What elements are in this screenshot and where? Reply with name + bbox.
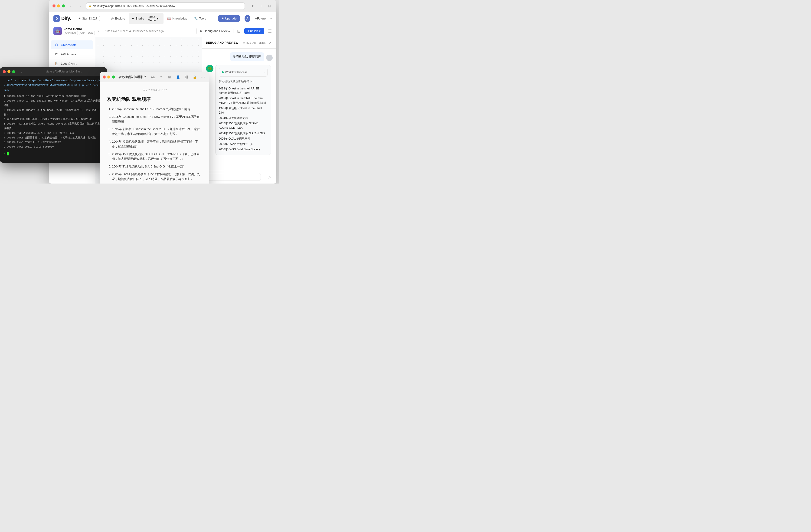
list-item: 2015年 Ghost in the Shell: The New Movie …: [219, 96, 267, 105]
user-avatar[interactable]: A: [245, 15, 250, 22]
api-label: API Access: [61, 52, 76, 56]
terminal-output-9: 9.2006年 OVA3 Solid State Society: [4, 145, 103, 149]
terminal-window: ⌃1 afuture@AFutures-Mac-Stu... > curl -s…: [0, 67, 107, 163]
new-tab-icon[interactable]: +: [258, 3, 264, 9]
user-name: AFuture: [255, 17, 266, 20]
list-item: 2013年 Ghost in the shell ARISE border 九课…: [219, 86, 267, 96]
restart-label: RESTART: [246, 41, 258, 44]
notes-close[interactable]: [103, 76, 106, 78]
studio-icon: ✦: [132, 17, 134, 20]
media-button[interactable]: 🖼: [183, 74, 189, 80]
app-badges: CHATBOT CHATFLOW: [64, 31, 95, 35]
dify-logo: D Dify.: [53, 15, 71, 22]
minimize-button[interactable]: [57, 4, 60, 7]
send-button[interactable]: ▷: [266, 174, 273, 180]
forward-button[interactable]: ›: [77, 3, 83, 9]
nav-knowledge[interactable]: 📖 Knowledge: [165, 13, 190, 25]
notes-titlebar: 攻壳机动队 観看順序 Aa ≡ ⊞ 👤 🖼 🔒 •••: [100, 72, 209, 82]
notes-maximize[interactable]: [112, 76, 115, 78]
notes-heading: 攻壳机动队 观看顺序: [107, 96, 202, 102]
list-item: 2004年 TV2 攻壳机动队 S.A.2nd GID: [219, 131, 267, 136]
terminal-content[interactable]: > curl -s -X POST https://studio.afuture…: [0, 76, 107, 163]
notes-window: 攻壳机动队 観看順序 Aa ≡ ⊞ 👤 🖼 🔒 ••• June 7, 2024…: [100, 72, 209, 184]
restart-button[interactable]: ↺ RESTART Shift R: [243, 41, 266, 44]
debug-preview-button[interactable]: ↻ Debug and Preview: [196, 28, 233, 34]
logs-label: Logs & Ann.: [61, 62, 77, 65]
app-header: D Dify. ★ Star 33,027 ◎ Explore ✦ Studio…: [49, 12, 276, 25]
chevron-down-icon: ▾: [157, 17, 158, 20]
traffic-lights: [52, 4, 65, 7]
chevron-down-icon[interactable]: ▾: [97, 30, 99, 33]
upgrade-button[interactable]: ★ Upgrade: [218, 15, 240, 22]
nav-tools[interactable]: 🔧 Tools: [191, 13, 209, 25]
studio-label: Studio: [136, 17, 144, 20]
user-message-bubble: 攻壳机动队 观影顺序: [230, 52, 264, 61]
sidebar-item-orchestrate[interactable]: ⬡ Orchestrate: [51, 41, 93, 49]
terminal-prompt-line: > curl -s -X POST https://studio.afuture…: [4, 78, 103, 92]
notes-list-item: 2005年 OVA1 笑面男事件（TV1的内容精要）（素子第二次离开九课，期间陀…: [112, 172, 202, 182]
address-bar[interactable]: 🔒 cloud.dify.ai/app/384fcc80-9b29-4ff4-a…: [86, 2, 245, 10]
user-message: 攻壳机动队 观影顺序: [230, 52, 273, 61]
terminal-cursor: [7, 152, 9, 155]
debug-input[interactable]: [206, 173, 261, 181]
list-item: 2002年 TV1 攻壳机动队 STAND ALONE COMPLEX: [219, 121, 267, 131]
notes-list-item: 2002年 TV1 攻壳机动队 STAND ALONE COMPLEX（素子已经…: [112, 152, 202, 162]
bot-avatar: 🌿: [206, 65, 213, 72]
workflow-process-label: Workflow Process: [225, 70, 262, 75]
table-button[interactable]: ⊞: [166, 74, 173, 80]
bot-content: Workflow Process › 攻壳机动队的观影顺序如下： 2013年 G…: [215, 65, 271, 155]
back-button[interactable]: ‹: [67, 3, 74, 9]
github-star-button[interactable]: ★ Star 33,027: [76, 16, 100, 21]
demo-selector[interactable]: koma Demo ▾: [146, 14, 161, 23]
lock-icon: 🔒: [89, 5, 92, 7]
publish-button[interactable]: Publish ▾: [244, 28, 264, 34]
notes-traffic-lights: [103, 76, 115, 78]
browser-titlebar: ‹ › 🔒 cloud.dify.ai/app/384fcc80-9b29-4f…: [49, 0, 276, 12]
sidebar-item-logs[interactable]: 📋 Logs & Ann.: [51, 59, 93, 68]
demo-label: koma Demo: [148, 15, 156, 22]
share-note-button[interactable]: 👤: [175, 74, 181, 80]
api-icon: ⊏: [54, 52, 59, 56]
terminal-traffic-lights: [3, 70, 15, 73]
lock-note-button[interactable]: 🔒: [192, 74, 198, 80]
terminal-maximize[interactable]: [12, 70, 15, 73]
notes-minimize[interactable]: [107, 76, 110, 78]
close-button[interactable]: [52, 4, 56, 7]
notes-list-item: 2004年 攻壳机动队无罪（素子不在，巴特和陀古萨相互了解并不多，配合显得生疏）: [112, 139, 202, 149]
share-icon[interactable]: ⬆: [249, 3, 256, 9]
font-size-button[interactable]: Aa: [150, 74, 156, 80]
maximize-button[interactable]: [62, 4, 65, 7]
debug-panel-title: DEBUG AND PREVIEW: [206, 41, 241, 44]
tools-label: Tools: [199, 17, 206, 20]
terminal-title: afuture@AFutures-Mac-Stu...: [24, 70, 104, 73]
user-message-text: 攻壳机动队 观影顺序: [233, 55, 261, 58]
close-icon[interactable]: ✕: [268, 41, 273, 45]
bot-intro: 攻壳机动队的观影顺序如下：: [219, 79, 267, 84]
notes-list-item: 2013年 Ghost in the shell ARISE border 九课…: [112, 107, 202, 112]
nav-studio[interactable]: ✦ Studio koma Demo ▾: [129, 13, 164, 25]
app-name: koma Demo: [64, 27, 95, 31]
terminal-close[interactable]: [3, 70, 6, 73]
bot-text: 攻壳机动队的观影顺序如下： 2013年 Ghost in the shell A…: [219, 79, 267, 152]
features-icon[interactable]: ⊞: [237, 29, 241, 34]
user-avatar-small: [266, 55, 273, 61]
notes-date: June 7, 2024 at 16:37: [107, 89, 202, 92]
orchestrate-icon: ⬡: [54, 43, 59, 47]
settings-icon[interactable]: ☰: [268, 29, 272, 34]
chatflow-badge: CHATFLOW: [79, 31, 95, 35]
explore-label: Explore: [115, 17, 125, 20]
workflow-process-bar[interactable]: Workflow Process ›: [219, 68, 267, 77]
terminal-output-5: 5.2002年 TV1 攻壳机动队 STAND ALONE COMPLEX（素子…: [4, 122, 103, 131]
explore-icon: ◎: [111, 17, 113, 20]
nav-explore[interactable]: ◎ Explore: [108, 13, 128, 25]
terminal-minimize[interactable]: [7, 70, 11, 73]
notes-title: 攻壳机动队 観看順序: [117, 75, 148, 79]
list-button[interactable]: ≡: [158, 74, 165, 80]
more-options-button[interactable]: •••: [200, 74, 206, 80]
terminal-output-3: 3.1995年 剧场版《Ghost in the Shell 2.0》（九课组建…: [4, 108, 103, 117]
sidebar-item-api-access[interactable]: ⊏ API Access: [51, 50, 93, 59]
dify-logo-text: Dify.: [61, 16, 71, 21]
refresh-icon: ↻: [200, 29, 202, 33]
terminal-output-6: 6.2004年 TV2 攻壳机动队 S.A.C.2nd GIG（承接上一部）: [4, 131, 103, 136]
sidebar-toggle-icon[interactable]: ⊡: [266, 3, 273, 9]
